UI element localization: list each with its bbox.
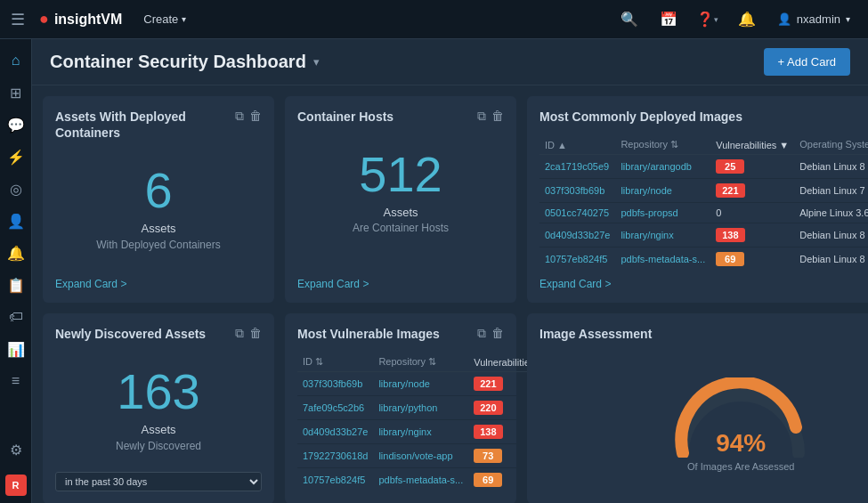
nd-copy-icon[interactable]: ⧉	[235, 326, 244, 341]
dashboard-grid: Assets With Deployed Containers ⧉ 🗑 6 As…	[32, 85, 868, 503]
gauge-percent: 94%	[716, 429, 766, 458]
mv-copy-icon[interactable]: ⧉	[477, 326, 486, 341]
newly-discovered-filter[interactable]: in the past 30 days	[55, 472, 262, 491]
sidebar-item-tags[interactable]: 🏷	[2, 303, 30, 331]
col-id[interactable]: ID ▲	[539, 135, 615, 155]
sidebar-item-users[interactable]: 👤	[2, 207, 30, 235]
user-chevron-icon: ▾	[846, 14, 850, 24]
sidebar-item-targets[interactable]: ◎	[2, 174, 30, 203]
most-common-card: Most Commonly Deployed Images ⧉ 🗑 ID ▲ R…	[527, 96, 868, 303]
table-row: 037f303fb69b library/node 221 Debian Lin…	[539, 179, 868, 203]
chevron-down-icon: ▾	[182, 14, 186, 24]
user-menu[interactable]: 👤 nxadmin ▾	[770, 9, 857, 29]
sidebar: ⌂ ⊞ 💬 ⚡ ◎ 👤 🔔 📋 🏷 📊 ≡ ⚙ R	[0, 39, 32, 503]
assets-deployed-label: Assets With Deployed Containers	[55, 221, 262, 252]
sidebar-item-settings[interactable]: ⚙	[2, 435, 30, 464]
hamburger-icon[interactable]: ☰	[11, 10, 25, 29]
table-row: 10757eb824f5 pdbfs-metadata-s... 69 Debi…	[539, 247, 868, 272]
sidebar-item-home[interactable]: ⌂	[2, 46, 30, 75]
col-repo[interactable]: Repository ⇅	[615, 135, 710, 155]
col-os[interactable]: Operating System ⇅	[794, 135, 868, 155]
assets-deployed-expand[interactable]: Expand Card >	[55, 271, 262, 290]
page-title: Container Security Dashboard	[50, 52, 306, 72]
table-row: 2ca1719c05e9 library/arangodb 25 Debian …	[539, 155, 868, 179]
sidebar-item-chat[interactable]: 💬	[2, 110, 30, 139]
hosts-copy-icon[interactable]: ⧉	[477, 109, 486, 124]
newly-discovered-label: Assets Newly Discovered	[55, 422, 262, 453]
assets-deployed-number: 6	[55, 166, 262, 215]
logo-icon: ●	[39, 10, 49, 28]
logo: ● insightVM	[39, 10, 122, 28]
gauge: 94%	[669, 377, 812, 458]
container-hosts-label: Assets Are Container Hosts	[297, 205, 504, 236]
sidebar-brand: R	[5, 475, 27, 496]
most-common-expand[interactable]: Expand Card >	[539, 271, 868, 290]
image-assessment-card: Image Assessment ⧉ 🗑 94%	[527, 313, 868, 503]
page-title-dropdown[interactable]: ▾	[313, 55, 320, 69]
mv-delete-icon[interactable]: 🗑	[491, 326, 504, 341]
most-vulnerable-card: Most Vulnerable Images ⧉ 🗑 ID ⇅ Reposito…	[285, 313, 516, 503]
assets-deployed-card: Assets With Deployed Containers ⧉ 🗑 6 As…	[43, 96, 274, 303]
mv-col-repo[interactable]: Repository ⇅	[373, 353, 468, 372]
sidebar-item-list[interactable]: ≡	[2, 367, 30, 395]
topnav: ☰ ● insightVM Create ▾ 🔍 📅 ❓▾ 🔔 👤 nxadmi…	[0, 0, 868, 39]
sidebar-item-alerts[interactable]: 🔔	[2, 239, 30, 267]
page-header: Container Security Dashboard ▾ + Add Car…	[32, 39, 868, 85]
card-copy-icon[interactable]: ⧉	[235, 109, 244, 124]
col-vuln[interactable]: Vulnerabilities ▼	[710, 135, 794, 155]
sidebar-item-analytics[interactable]: 📊	[2, 335, 30, 363]
most-common-table: ID ▲ Repository ⇅ Vulnerabilities ▼ Oper…	[539, 135, 868, 271]
main-content: Container Security Dashboard ▾ + Add Car…	[32, 39, 868, 503]
sidebar-item-reports[interactable]: 📋	[2, 271, 30, 299]
card-delete-icon[interactable]: 🗑	[249, 109, 262, 124]
newly-discovered-card: Newly Discovered Assets ⧉ 🗑 163 Assets N…	[43, 313, 274, 503]
mv-col-id[interactable]: ID ⇅	[297, 353, 373, 372]
table-row: 0501cc740275 pdbfs-propsd 0 Alpine Linux…	[539, 203, 868, 223]
hosts-delete-icon[interactable]: 🗑	[491, 109, 504, 124]
notifications-icon[interactable]: 🔔	[731, 4, 763, 36]
nd-delete-icon[interactable]: 🗑	[249, 326, 262, 341]
create-menu[interactable]: Create ▾	[136, 9, 193, 29]
add-card-button[interactable]: + Add Card	[764, 48, 850, 76]
search-icon[interactable]: 🔍	[613, 4, 645, 36]
help-icon[interactable]: ❓▾	[692, 4, 724, 36]
calendar-icon[interactable]: 📅	[653, 4, 685, 36]
sidebar-item-dashboard[interactable]: ⊞	[2, 78, 30, 107]
user-icon: 👤	[777, 12, 791, 26]
container-hosts-card: Container Hosts ⧉ 🗑 512 Assets Are Conta…	[285, 96, 516, 303]
gauge-container: 94% Of Images Are Assessed	[539, 358, 868, 491]
sidebar-item-activity[interactable]: ⚡	[2, 142, 30, 171]
container-hosts-expand[interactable]: Expand Card >	[297, 271, 504, 290]
gauge-label: Of Images Are Assessed	[687, 461, 794, 472]
table-row: 0d409d33b27e library/nginx 138 Debian Li…	[539, 223, 868, 247]
container-hosts-number: 512	[297, 150, 504, 199]
newly-discovered-number: 163	[55, 367, 262, 417]
